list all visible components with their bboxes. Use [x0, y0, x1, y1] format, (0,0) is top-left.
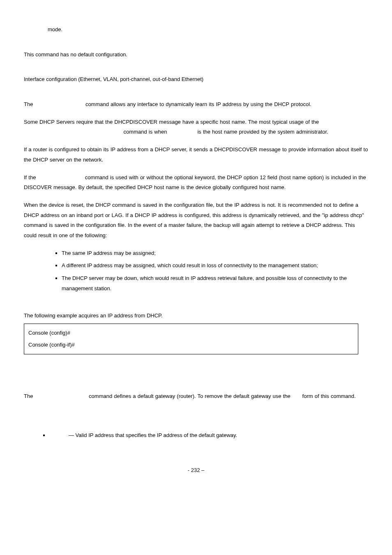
gateway-block: The command defines a default gateway (r…	[24, 391, 368, 402]
ug-paragraph-4: If the command is used with or without t…	[24, 173, 368, 193]
text-fragment: command is used with or without the opti…	[24, 174, 366, 191]
page-content: mode. This command has no default config…	[0, 0, 392, 492]
code-line: Console (config-if)#	[28, 339, 354, 351]
command-mode-text: Interface configuration (Ethernet, VLAN,…	[24, 74, 368, 85]
text-fragment: is the host name provided by the system …	[197, 129, 328, 135]
ug-paragraph-5: When the device is reset, the DHCP comma…	[24, 200, 368, 241]
default-configuration-text: This command has no default configuratio…	[24, 50, 368, 60]
ug-paragraph-2: Some DHCP Servers require that the DHCPD…	[24, 117, 368, 137]
page-number: - 232 –	[24, 465, 368, 476]
user-guidelines-block: The command allows any interface to dyna…	[24, 99, 368, 241]
list-item: The same IP address may be assigned;	[62, 248, 368, 261]
param-bullets: — Valid IP address that specifies the IP…	[24, 430, 368, 441]
text-fragment: If the	[24, 174, 36, 180]
text-fragment: form of this command.	[302, 393, 356, 399]
text-fragment: The	[24, 101, 33, 107]
code-line: Console (config)#	[28, 327, 354, 339]
ug-paragraph-1: The command allows any interface to dyna…	[24, 99, 368, 110]
text-fragment: command is when	[124, 129, 167, 135]
list-item: — Valid IP address that specifies the IP…	[49, 430, 368, 441]
text-fragment: command allows any interface to dynamica…	[85, 101, 311, 107]
text-fragment: Some DHCP Servers require that the DHCPD…	[24, 119, 319, 125]
text-fragment: command defines a default gateway (route…	[89, 393, 291, 399]
mode-line: mode.	[48, 25, 368, 35]
code-box: Console (config)# Console (config-if)#	[24, 324, 358, 354]
ug-paragraph-3: If a router is configured to obtain its …	[24, 145, 368, 165]
list-item: A different IP address may be assigned, …	[62, 261, 368, 273]
text-fragment: The	[24, 393, 33, 399]
gateway-paragraph: The command defines a default gateway (r…	[24, 391, 368, 402]
list-item: The DHCP server may be down, which would…	[62, 273, 368, 296]
param-text: — Valid IP address that specifies the IP…	[69, 432, 237, 438]
example-block: The following example acquires an IP add…	[24, 311, 368, 354]
result-bullets: The same IP address may be assigned; A d…	[24, 248, 368, 296]
example-intro: The following example acquires an IP add…	[24, 311, 368, 321]
